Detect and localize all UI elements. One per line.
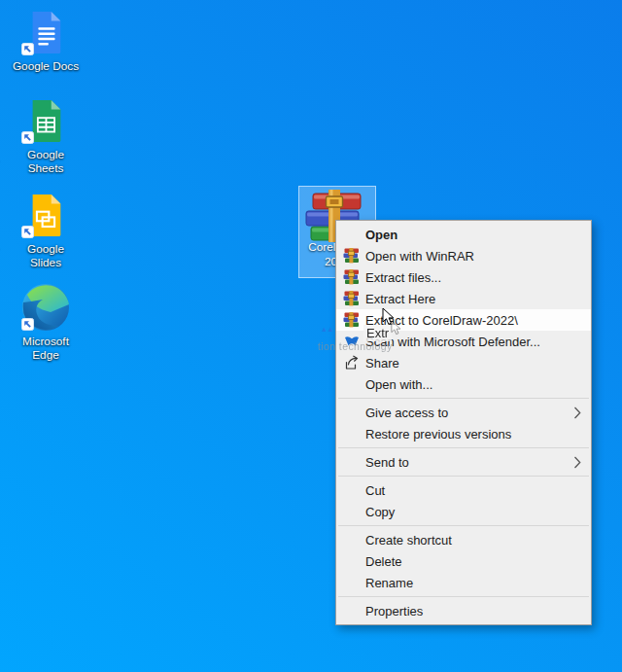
desktop-icon-label-line: Google	[27, 148, 64, 161]
menu-item-label: Extract files...	[365, 270, 581, 285]
menu-item-label: Rename	[365, 576, 581, 590]
desktop-icon-label-line: Microsoft	[22, 335, 69, 348]
shortcut-arrow-icon	[21, 226, 34, 238]
watermark-marks: ▴▴	[322, 324, 334, 334]
desktop-icon-google-docs[interactable]: Google Docs	[1, 8, 90, 73]
menu-item-icon-spacer	[343, 603, 360, 619]
desktop-icon-label-line: Google Docs	[13, 59, 79, 73]
menu-item-open-with[interactable]: Open with...	[336, 373, 591, 395]
google-sheets-icon	[21, 96, 70, 145]
menu-item-label: Delete	[365, 554, 581, 569]
shortcut-arrow-icon	[21, 131, 34, 144]
desktop-icon-label-line: Sheets	[27, 161, 64, 175]
menu-item-label: Scan with Microsoft Defender...	[365, 335, 581, 349]
menu-item-icon-spacer	[343, 504, 360, 519]
winrar-icon	[343, 248, 360, 264]
menu-item-share[interactable]: Share	[336, 352, 591, 373]
desktop-icon-label: GoogleSheets	[27, 148, 64, 176]
clipped-icon-label-fragment: r	[0, 243, 6, 257]
menu-item-icon-spacer	[343, 426, 360, 442]
menu-item-label: Give access to	[365, 406, 568, 420]
menu-item-rename[interactable]: Rename	[336, 572, 591, 593]
desktop-icon-label-line: Edge	[22, 348, 69, 362]
clipped-icon-label-fragment: r	[0, 156, 6, 169]
watermark-text: tion technology	[318, 340, 393, 352]
menu-item-create-shortcut[interactable]: Create shortcut	[336, 529, 591, 550]
menu-item-label: Open with WinRAR	[365, 249, 581, 264]
winrar-icon	[343, 291, 360, 306]
menu-separator	[338, 398, 589, 399]
google-slides-icon	[21, 191, 70, 239]
desktop-icon-microsoft-edge[interactable]: MicrosoftEdge	[1, 283, 90, 363]
menu-item-properties[interactable]: Properties	[336, 600, 591, 621]
winrar-icon	[343, 312, 360, 328]
google-docs-icon	[21, 8, 70, 56]
winrar-icon	[343, 269, 360, 285]
desktop-icon-label: Google Docs	[13, 59, 79, 73]
menu-item-icon-spacer	[343, 376, 360, 392]
context-menu: OpenOpen with WinRARExtract files...Extr…	[335, 220, 592, 625]
shortcut-arrow-icon	[21, 318, 34, 331]
menu-item-label: Properties	[365, 604, 581, 619]
desktop-icon-label: GoogleSlides	[27, 242, 64, 270]
menu-item-label: Create shortcut	[365, 533, 581, 548]
desktop-icon-label-line: Slides	[27, 256, 64, 269]
menu-item-open-with-winrar[interactable]: Open with WinRAR	[336, 245, 591, 266]
menu-item-extract-here[interactable]: Extract Here	[336, 288, 591, 309]
menu-item-label: Share	[365, 356, 581, 371]
share-icon	[343, 355, 360, 371]
desktop-icon-label: MicrosoftEdge	[22, 335, 69, 363]
menu-item-icon-spacer	[343, 553, 360, 569]
menu-separator	[338, 447, 589, 448]
submenu-chevron-icon	[573, 407, 581, 419]
menu-item-label: Copy	[365, 505, 581, 519]
menu-separator	[338, 476, 589, 477]
shortcut-arrow-icon	[21, 43, 34, 55]
menu-item-label: Extract Here	[365, 292, 581, 306]
menu-item-icon-spacer	[343, 227, 360, 242]
menu-item-icon-spacer	[343, 532, 360, 548]
mouse-cursor-ghost	[391, 320, 401, 336]
desktop-background: Google DocsGoogleSheetsGoogleSlidesMicro…	[0, 0, 622, 672]
ghost-text-extract: Extr	[363, 325, 392, 341]
menu-item-icon-spacer	[343, 482, 360, 498]
menu-item-label: Cut	[365, 483, 581, 498]
menu-item-icon-spacer	[343, 405, 360, 420]
menu-item-label: Restore previous versions	[365, 427, 581, 442]
menu-separator	[338, 596, 589, 597]
desktop-icon-google-slides[interactable]: GoogleSlides	[1, 191, 90, 270]
menu-item-cut[interactable]: Cut	[336, 479, 591, 501]
menu-item-icon-spacer	[343, 454, 360, 470]
menu-item-extract-files[interactable]: Extract files...	[336, 266, 591, 288]
menu-item-restore-previous-versions[interactable]: Restore previous versions	[336, 423, 591, 444]
desktop-icon-label-line: Google	[27, 242, 64, 256]
menu-item-label: Open with...	[365, 377, 581, 392]
menu-item-copy[interactable]: Copy	[336, 501, 591, 522]
desktop-icon-google-sheets[interactable]: GoogleSheets	[1, 96, 90, 176]
menu-separator	[338, 525, 589, 526]
menu-item-label: Send to	[365, 455, 568, 470]
menu-item-send-to[interactable]: Send to	[336, 451, 591, 473]
menu-item-open[interactable]: Open	[336, 224, 591, 245]
clipped-icon-label-fragment: r	[0, 335, 6, 348]
menu-item-label: Open	[365, 228, 581, 242]
menu-item-give-access-to[interactable]: Give access to	[336, 402, 591, 423]
menu-item-delete[interactable]: Delete	[336, 550, 591, 572]
submenu-chevron-icon	[573, 456, 581, 469]
menu-item-icon-spacer	[343, 575, 360, 590]
microsoft-edge-icon	[21, 283, 70, 332]
